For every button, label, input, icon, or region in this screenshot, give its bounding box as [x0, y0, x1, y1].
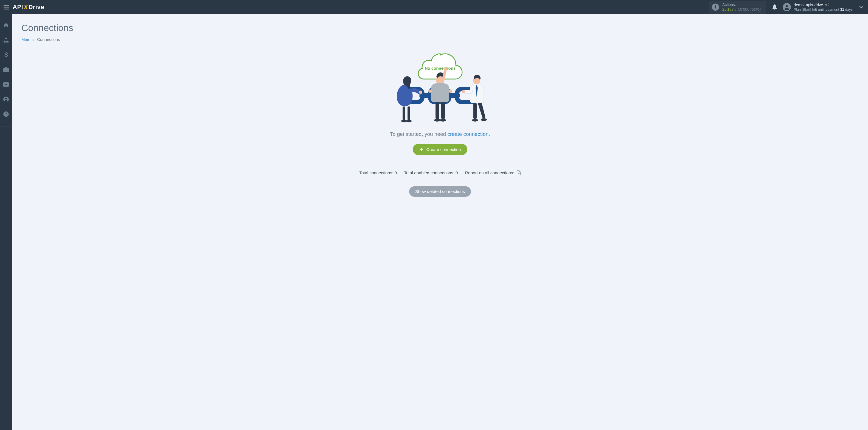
- svg-point-21: [401, 120, 407, 122]
- svg-point-11: [5, 98, 7, 99]
- breadcrumb-separator: /: [32, 37, 36, 42]
- hamburger-icon: [3, 5, 9, 10]
- breadcrumb-current: Connections: [37, 37, 60, 42]
- stat-total: Total connections: 0: [359, 171, 397, 175]
- get-started-suffix: .: [489, 131, 490, 137]
- sidebar-item-youtube[interactable]: [2, 80, 10, 89]
- home-icon: [3, 23, 9, 28]
- svg-rect-20: [407, 106, 410, 120]
- sitemap-icon: [3, 37, 9, 43]
- svg-rect-19: [403, 106, 405, 120]
- logo-part-drive: Drive: [28, 4, 44, 11]
- create-connection-link[interactable]: create connection: [447, 131, 489, 137]
- user-circle-icon: [3, 97, 9, 102]
- actions-text: Actions: 25'137 / 50'000 (50%): [722, 2, 761, 12]
- svg-point-23: [419, 91, 422, 94]
- user-name: demo_apix-drive_s2: [794, 3, 852, 7]
- page-title: Connections: [22, 23, 859, 33]
- sidebar-item-billing[interactable]: [2, 51, 10, 59]
- sidebar-item-help[interactable]: [2, 110, 10, 119]
- stat-total-value: 0: [395, 171, 397, 175]
- actions-separator: /: [735, 7, 737, 11]
- report-download-button[interactable]: [517, 171, 521, 175]
- svg-rect-30: [435, 102, 439, 119]
- youtube-icon: [3, 82, 9, 87]
- user-text: demo_apix-drive_s2 Plan |Start| left unt…: [794, 3, 852, 12]
- sidebar-item-account[interactable]: [2, 95, 10, 104]
- chevron-down-icon: [859, 6, 864, 8]
- get-started-text: To get started, you need create connecti…: [390, 131, 490, 137]
- bell-icon: [772, 4, 777, 10]
- svg-point-40: [481, 118, 487, 121]
- main-content: Connections Main / Connections No connec…: [12, 14, 868, 430]
- svg-point-39: [472, 119, 478, 122]
- plus-icon: ＋: [419, 147, 424, 152]
- svg-point-3: [786, 5, 788, 7]
- breadcrumb: Main / Connections: [22, 37, 859, 42]
- svg-point-37: [462, 90, 465, 93]
- actions-label: Actions:: [722, 2, 761, 7]
- actions-percent: (50%): [750, 7, 761, 11]
- sidebar: [0, 14, 12, 430]
- sidebar-item-briefcase[interactable]: [2, 65, 10, 74]
- avatar-icon: [783, 3, 791, 11]
- sidebar-item-connections[interactable]: [2, 36, 10, 44]
- stat-enabled-value: 0: [456, 171, 458, 175]
- svg-rect-38: [473, 103, 477, 119]
- svg-point-32: [434, 119, 440, 122]
- svg-point-28: [428, 89, 432, 93]
- svg-point-29: [449, 89, 452, 93]
- notifications-button[interactable]: [771, 3, 779, 11]
- no-connections-illustration: No connections: [392, 48, 488, 125]
- user-menu[interactable]: demo_apix-drive_s2 Plan |Start| left unt…: [783, 3, 852, 12]
- create-connection-button[interactable]: ＋ Create connection: [413, 144, 468, 155]
- svg-rect-5: [4, 41, 5, 42]
- briefcase-icon: [3, 67, 9, 72]
- dollar-icon: [4, 52, 8, 58]
- question-circle-icon: [3, 112, 9, 117]
- stats-row: Total connections: 0 Total enabled conne…: [359, 171, 521, 175]
- logo-part-x: X: [23, 4, 28, 11]
- svg-point-22: [406, 120, 412, 122]
- user-plan: Plan |Start| left until payment 31 days: [794, 7, 852, 12]
- actions-usage-box[interactable]: i Actions: 25'137 / 50'000 (50%): [709, 1, 766, 14]
- svg-point-33: [440, 119, 446, 122]
- actions-used: 25'137: [722, 7, 734, 11]
- app-logo[interactable]: API X Drive: [12, 4, 44, 11]
- top-bar: API X Drive i Actions: 25'137 / 50'000 (…: [0, 0, 868, 14]
- create-connection-button-label: Create connection: [427, 147, 461, 152]
- logo-part-api: API: [12, 4, 23, 11]
- svg-rect-16: [420, 93, 433, 98]
- breadcrumb-root[interactable]: Main: [22, 37, 30, 42]
- actions-values: 25'137 / 50'000 (50%): [722, 7, 761, 12]
- svg-rect-4: [5, 38, 7, 39]
- get-started-prefix: To get started, you need: [390, 131, 447, 137]
- svg-rect-7: [7, 41, 8, 42]
- svg-rect-31: [441, 102, 445, 119]
- user-menu-chevron[interactable]: [858, 4, 865, 10]
- info-icon: i: [712, 4, 719, 11]
- cloud-label: No connections: [425, 66, 456, 70]
- show-deleted-button[interactable]: Show deleted connections: [409, 186, 471, 197]
- empty-state: No connections: [22, 48, 859, 197]
- stat-report: Report on all connections:: [465, 171, 521, 175]
- svg-rect-6: [5, 41, 7, 42]
- menu-toggle[interactable]: [2, 3, 10, 11]
- sidebar-item-home[interactable]: [2, 21, 10, 30]
- file-icon: [517, 171, 521, 175]
- stat-enabled: Total enabled connections: 0: [404, 171, 458, 175]
- actions-limit: 50'000: [738, 7, 749, 11]
